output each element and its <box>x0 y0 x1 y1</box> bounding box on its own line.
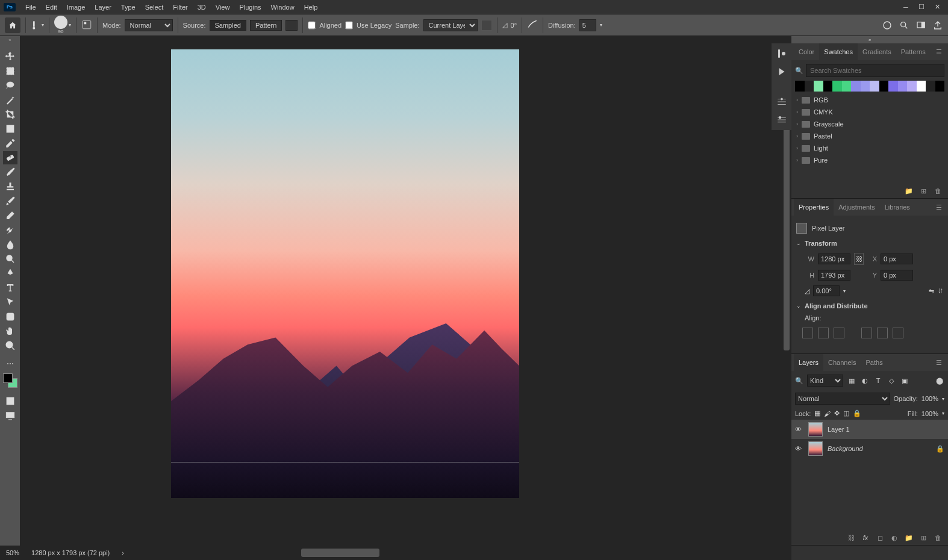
transform-w[interactable] <box>818 254 850 264</box>
transform-label[interactable]: Transform <box>805 240 837 247</box>
layer-thumbnail[interactable] <box>808 441 823 456</box>
flip-v-icon[interactable]: ⥯ <box>938 287 943 295</box>
pattern-picker[interactable] <box>285 20 298 31</box>
lock-nest-icon[interactable]: ◫ <box>843 409 849 417</box>
quickmask-tool[interactable] <box>3 394 17 408</box>
swatch-color[interactable] <box>888 81 898 92</box>
link-layers-icon[interactable]: ⛓ <box>847 534 855 542</box>
brush-tool[interactable] <box>3 166 17 179</box>
collapsed-icon-4[interactable] <box>775 113 788 126</box>
stamp-tool[interactable] <box>3 180 17 193</box>
tab-color[interactable]: Color <box>794 43 819 60</box>
toolbar-expand[interactable]: » <box>0 36 20 43</box>
layer-row[interactable]: 👁 Background 🔒 <box>791 439 948 458</box>
swatch-color[interactable] <box>898 81 908 92</box>
swatch-color[interactable] <box>823 81 833 92</box>
menu-plugins[interactable]: Plugins <box>234 4 266 11</box>
zoom-value[interactable]: 50% <box>6 549 19 556</box>
collapsed-icon-1[interactable] <box>775 47 788 60</box>
group-icon[interactable]: 📁 <box>905 534 913 542</box>
filter-kind[interactable]: Kind <box>807 375 843 387</box>
tool-preset[interactable]: ▾ <box>31 20 44 30</box>
fx-icon[interactable]: fx <box>861 534 870 542</box>
move-tool[interactable] <box>3 50 17 63</box>
tab-properties[interactable]: Properties <box>794 199 834 216</box>
dodge-tool[interactable] <box>3 252 17 266</box>
flip-h-icon[interactable]: ⇋ <box>929 287 934 295</box>
transform-x[interactable] <box>881 254 913 264</box>
hand-tool[interactable] <box>3 325 17 338</box>
panels-collapse[interactable]: « <box>791 36 948 43</box>
collapsed-icon-2[interactable] <box>775 65 788 78</box>
blur-tool[interactable] <box>3 238 17 251</box>
align-right[interactable] <box>834 328 844 338</box>
brush-panel-icon[interactable] <box>81 19 92 31</box>
status-caret[interactable]: › <box>122 549 124 556</box>
fill-value[interactable]: 100% <box>921 410 938 417</box>
layer-lock-icon[interactable]: 🔒 <box>936 445 944 453</box>
visibility-icon[interactable]: 👁 <box>795 426 803 433</box>
layer-thumbnail[interactable] <box>808 422 823 437</box>
cloud-icon[interactable] <box>882 20 893 31</box>
eyedropper-tool[interactable] <box>3 137 17 150</box>
swatch-folder[interactable]: ›Light <box>791 142 948 154</box>
eraser-tool[interactable] <box>3 209 17 222</box>
swatch-delete-icon[interactable]: 🗑 <box>934 187 942 195</box>
menu-select[interactable]: Select <box>140 4 169 11</box>
mask-icon[interactable]: ◻ <box>876 534 884 542</box>
align-top[interactable] <box>861 328 872 338</box>
path-select-tool[interactable] <box>3 296 17 309</box>
home-button[interactable] <box>5 17 20 33</box>
swatch-color[interactable] <box>851 81 861 92</box>
workspace-icon[interactable] <box>915 20 926 31</box>
aligned-checkbox[interactable] <box>308 19 316 31</box>
source-sampled[interactable]: Sampled <box>210 20 246 31</box>
swatch-color[interactable] <box>842 81 852 92</box>
crop-tool[interactable] <box>3 108 17 121</box>
frame-tool[interactable] <box>3 122 17 135</box>
swatch-color[interactable] <box>805 81 814 92</box>
mode-select[interactable]: Normal <box>125 19 173 31</box>
visibility-icon[interactable]: 👁 <box>795 445 803 452</box>
menu-filter[interactable]: Filter <box>168 4 192 11</box>
align-label[interactable]: Align and Distribute <box>805 302 868 310</box>
menu-3d[interactable]: 3D <box>193 4 211 11</box>
swatch-color[interactable] <box>907 81 917 92</box>
sample-select[interactable]: Current Layer <box>423 19 478 31</box>
swatch-folder[interactable]: ›CMYK <box>791 106 948 118</box>
tab-libraries[interactable]: Libraries <box>880 199 915 216</box>
swatch-color[interactable] <box>926 81 935 92</box>
window-minimize[interactable]: ─ <box>899 2 913 13</box>
layer-name[interactable]: Background <box>828 445 931 452</box>
menu-layer[interactable]: Layer <box>90 4 116 11</box>
layer-row[interactable]: 👁 Layer 1 <box>791 420 948 439</box>
swatch-new-icon[interactable]: ⊞ <box>919 187 928 195</box>
filter-shape-icon[interactable]: ◇ <box>887 376 896 385</box>
adjustment-icon[interactable]: ◐ <box>890 534 899 542</box>
wand-tool[interactable] <box>3 93 17 107</box>
tab-paths[interactable]: Paths <box>861 354 888 371</box>
pressure-icon[interactable] <box>527 19 538 31</box>
swatch-color[interactable] <box>917 81 926 92</box>
transform-angle[interactable] <box>813 285 840 296</box>
brush-preset[interactable]: 90 ▾ <box>54 16 71 34</box>
tab-patterns[interactable]: Patterns <box>896 43 931 60</box>
swatches-menu-icon[interactable]: ☰ <box>932 43 946 60</box>
shape-tool[interactable] <box>3 310 17 323</box>
share-icon[interactable] <box>932 20 943 31</box>
swatch-color[interactable] <box>935 81 945 92</box>
tab-adjustments[interactable]: Adjustments <box>834 199 880 216</box>
delete-layer-icon[interactable]: 🗑 <box>934 534 942 542</box>
doc-dimensions[interactable]: 1280 px x 1793 px (72 ppi) <box>31 549 110 556</box>
horizontal-scrollbar[interactable] <box>151 549 785 557</box>
menu-window[interactable]: Window <box>266 4 299 11</box>
color-swatches[interactable] <box>3 373 17 388</box>
tab-gradients[interactable]: Gradients <box>858 43 896 60</box>
swatch-color[interactable] <box>795 81 805 92</box>
search-icon[interactable] <box>899 20 909 31</box>
history-brush-tool[interactable] <box>3 194 17 208</box>
menu-file[interactable]: File <box>20 4 41 11</box>
filter-toggle[interactable]: ⬤ <box>935 376 944 385</box>
edit-toolbar[interactable]: ⋯ <box>3 357 17 370</box>
menu-edit[interactable]: Edit <box>41 4 62 11</box>
